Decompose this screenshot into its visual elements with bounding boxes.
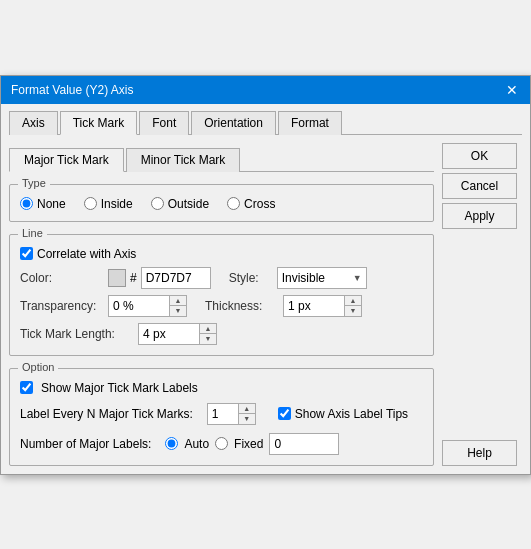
transparency-row: Transparency: ▲ ▼ Thickness: (20, 295, 423, 317)
transparency-label: Transparency: (20, 299, 100, 313)
correlate-label: Correlate with Axis (37, 247, 136, 261)
show-labels-checkbox[interactable] (20, 381, 33, 394)
sub-tabs: Major Tick Mark Minor Tick Mark (9, 147, 434, 172)
fixed-label: Fixed (234, 437, 263, 451)
thickness-up-btn[interactable]: ▲ (345, 296, 361, 306)
dialog-title: Format Value (Y2) Axis (11, 83, 133, 97)
type-section-label: Type (18, 177, 50, 189)
option-section-label: Option (18, 361, 58, 373)
style-label: Style: (229, 271, 269, 285)
color-row: Color: # Style: Invisible ▼ (20, 267, 423, 289)
transparency-spinner: ▲ ▼ (108, 295, 187, 317)
type-inside: Inside (84, 197, 133, 211)
left-panel: Major Tick Mark Minor Tick Mark Type Non… (9, 143, 434, 466)
transparency-input[interactable] (109, 297, 169, 315)
type-inside-label: Inside (101, 197, 133, 211)
every-n-up-btn[interactable]: ▲ (239, 404, 255, 414)
sub-tab-major[interactable]: Major Tick Mark (9, 148, 124, 172)
every-n-label: Label Every N Major Tick Marks: (20, 407, 193, 421)
style-dropdown[interactable]: Invisible ▼ (277, 267, 367, 289)
show-axis-tips-label: Show Axis Label Tips (295, 407, 408, 421)
transparency-up-btn[interactable]: ▲ (170, 296, 186, 306)
sub-tab-minor[interactable]: Minor Tick Mark (126, 148, 241, 172)
hash-symbol: # (130, 271, 137, 285)
fixed-input[interactable] (269, 433, 339, 455)
type-none-label: None (37, 197, 66, 211)
tick-length-input[interactable] (139, 325, 199, 343)
show-labels-label: Show Major Tick Mark Labels (41, 381, 198, 395)
correlate-checkbox[interactable] (20, 247, 33, 260)
style-value: Invisible (282, 271, 325, 285)
auto-radio[interactable] (165, 437, 178, 450)
dialog-body: Major Tick Mark Minor Tick Mark Type Non… (1, 135, 530, 474)
show-labels-row: Show Major Tick Mark Labels (20, 381, 423, 395)
type-cross: Cross (227, 197, 275, 211)
type-cross-label: Cross (244, 197, 275, 211)
type-cross-radio[interactable] (227, 197, 240, 210)
correlate-row: Correlate with Axis (20, 247, 423, 261)
help-button[interactable]: Help (442, 440, 517, 466)
tab-orientation[interactable]: Orientation (191, 111, 276, 135)
every-n-down-btn[interactable]: ▼ (239, 414, 255, 424)
every-n-spinner-btns: ▲ ▼ (238, 404, 255, 424)
cancel-button[interactable]: Cancel (442, 173, 517, 199)
dropdown-arrow-icon: ▼ (353, 273, 362, 283)
tick-length-row: Tick Mark Length: ▲ ▼ (20, 323, 423, 345)
fixed-radio[interactable] (215, 437, 228, 450)
num-labels-row: Number of Major Labels: Auto Fixed (20, 433, 423, 455)
tick-length-down-btn[interactable]: ▼ (200, 334, 216, 344)
type-outside-radio[interactable] (151, 197, 164, 210)
thickness-down-btn[interactable]: ▼ (345, 306, 361, 316)
type-outside-label: Outside (168, 197, 209, 211)
transparency-spinner-btns: ▲ ▼ (169, 296, 186, 316)
line-section-label: Line (18, 227, 47, 239)
ok-button[interactable]: OK (442, 143, 517, 169)
close-button[interactable]: ✕ (504, 82, 520, 98)
thickness-spinner: ▲ ▼ (283, 295, 362, 317)
tick-length-label: Tick Mark Length: (20, 327, 130, 341)
thickness-input[interactable] (284, 297, 344, 315)
right-panel: OK Cancel Apply Help (442, 143, 522, 466)
show-axis-tips-checkbox[interactable] (278, 407, 291, 420)
every-n-spinner: ▲ ▼ (207, 403, 256, 425)
format-value-dialog: Format Value (Y2) Axis ✕ Axis Tick Mark … (0, 75, 531, 475)
tab-format[interactable]: Format (278, 111, 342, 135)
type-outside: Outside (151, 197, 209, 211)
tab-tick-mark[interactable]: Tick Mark (60, 111, 138, 135)
color-swatch[interactable] (108, 269, 126, 287)
tick-length-spinner: ▲ ▼ (138, 323, 217, 345)
every-n-row: Label Every N Major Tick Marks: ▲ ▼ Show… (20, 403, 423, 425)
type-none-radio[interactable] (20, 197, 33, 210)
transparency-down-btn[interactable]: ▼ (170, 306, 186, 316)
type-none: None (20, 197, 66, 211)
title-bar: Format Value (Y2) Axis ✕ (1, 76, 530, 104)
tab-axis[interactable]: Axis (9, 111, 58, 135)
num-labels-label: Number of Major Labels: (20, 437, 151, 451)
color-input[interactable] (141, 267, 211, 289)
apply-button[interactable]: Apply (442, 203, 517, 229)
type-radio-group: None Inside Outside Cross (20, 193, 423, 211)
tab-font[interactable]: Font (139, 111, 189, 135)
type-inside-radio[interactable] (84, 197, 97, 210)
thickness-spinner-btns: ▲ ▼ (344, 296, 361, 316)
every-n-input[interactable] (208, 405, 238, 423)
type-section: Type None Inside Outside (9, 184, 434, 222)
color-label: Color: (20, 271, 100, 285)
line-section-content: Correlate with Axis Color: # Style: Invi… (20, 243, 423, 345)
thickness-label: Thickness: (205, 299, 275, 313)
main-tabs: Axis Tick Mark Font Orientation Format (9, 110, 522, 135)
option-section: Option Show Major Tick Mark Labels Label… (9, 368, 434, 466)
auto-label: Auto (184, 437, 209, 451)
line-section: Line Correlate with Axis Color: # (9, 234, 434, 356)
option-section-content: Show Major Tick Mark Labels Label Every … (20, 377, 423, 455)
tick-length-up-btn[interactable]: ▲ (200, 324, 216, 334)
tick-length-spinner-btns: ▲ ▼ (199, 324, 216, 344)
